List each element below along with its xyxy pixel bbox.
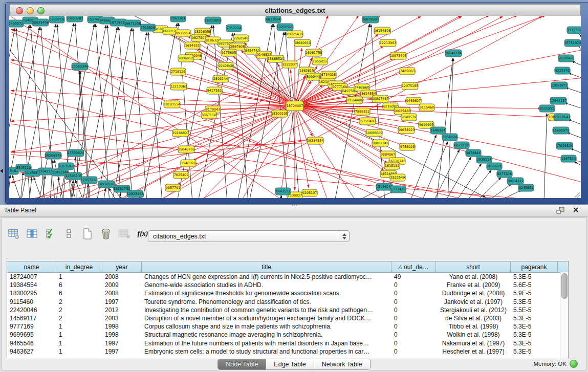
table-cell[interactable]: 2 <box>56 315 102 322</box>
table-selector-dropdown[interactable]: citations_edges.txt <box>148 230 350 242</box>
column-header-out_de[interactable]: △out_de… <box>391 261 436 272</box>
table-row[interactable]: 969969511998Structural magnetic resonanc… <box>7 331 568 339</box>
table-cell[interactable]: 0 <box>391 315 436 322</box>
table-cell[interactable]: 1 <box>56 323 102 330</box>
citation-edge-red[interactable] <box>295 16 546 106</box>
table-cell[interactable]: Hescheler et al. (1997) <box>436 348 511 355</box>
table-cell[interactable]: 0 <box>391 331 436 338</box>
table-row[interactable]: 1938455462009Genome-wide association stu… <box>7 281 568 289</box>
table-cell[interactable]: 2 <box>56 307 102 314</box>
citation-edge-red[interactable] <box>11 60 295 106</box>
citation-edge-red[interactable] <box>295 106 328 198</box>
citation-edge-black[interactable] <box>12 175 21 198</box>
column-header-pagerank[interactable]: pagerank <box>511 261 558 272</box>
table-cell[interactable]: Changes of HCN gene expression and I(f) … <box>142 273 391 280</box>
table-cell[interactable]: 1998 <box>102 323 142 330</box>
table-cell[interactable]: 18300295 <box>7 290 56 297</box>
table-cell[interactable]: Yano et al. (2008) <box>436 273 511 280</box>
citation-edge-red[interactable] <box>11 91 295 106</box>
table-row[interactable]: 911546021997Tourette syndrome. Phenomeno… <box>7 298 568 306</box>
table-cell[interactable]: 0 <box>391 298 436 305</box>
table-cell[interactable]: 9465546 <box>7 340 56 347</box>
table-cell[interactable]: 9699695 <box>7 331 56 338</box>
column-header-short[interactable]: short <box>436 261 511 272</box>
table-row[interactable]: 2242004622012Investigating the contribut… <box>7 306 568 314</box>
table-cell[interactable]: 9463627 <box>7 348 56 355</box>
column-header-in_degree[interactable]: in_degree <box>56 261 102 272</box>
table-cell[interactable]: 1997 <box>102 348 142 355</box>
table-row[interactable]: 1456911722003Disruption of a novel membe… <box>7 314 568 322</box>
table-cell[interactable]: 18724007 <box>7 273 56 280</box>
citation-edge-black[interactable] <box>50 160 53 198</box>
table-row[interactable]: 946362711997Embryonic stem cells: a mode… <box>7 347 568 356</box>
table-cell[interactable]: Structural magnetic resonance image aver… <box>142 331 391 338</box>
table-cell[interactable]: Tourette syndrome. Phenomenology and cla… <box>142 298 391 305</box>
network-view-window[interactable]: citations_edges.txt 18724007796382286601… <box>5 2 588 204</box>
table-cell[interactable]: Estimation of significance thresholds fo… <box>142 290 391 297</box>
table-cell[interactable]: 2 <box>56 298 102 305</box>
table-row[interactable]: 977716911998Corpus callosum shape and si… <box>7 322 568 331</box>
table-cell[interactable]: de Silva et al. (2003) <box>436 315 511 322</box>
citation-edge-red[interactable] <box>295 50 581 106</box>
table-cell[interactable]: 5.5E-5 <box>511 307 558 314</box>
citation-edge-black[interactable] <box>20 172 23 198</box>
table-row[interactable]: 1872400712008Changes of HCN gene express… <box>7 273 568 281</box>
citation-edge-black[interactable] <box>456 163 482 198</box>
table-cell[interactable]: 0 <box>391 290 436 297</box>
table-cell[interactable]: 1 <box>56 340 102 347</box>
table-cell[interactable]: 0 <box>391 307 436 314</box>
table-cell[interactable]: 5.3E-5 <box>511 331 558 338</box>
memory-ok-indicator[interactable] <box>570 360 578 368</box>
table-cell[interactable]: Estimation of the future numbers of pati… <box>142 340 391 347</box>
table-cell[interactable]: 6 <box>56 290 102 297</box>
table-cell[interactable]: 0 <box>391 281 436 289</box>
citation-edge-black[interactable] <box>133 28 147 198</box>
table-cell[interactable]: 0 <box>391 323 436 330</box>
splitter-handle-icon[interactable] <box>291 204 297 207</box>
table-cell[interactable]: 1998 <box>102 331 142 338</box>
table-cell[interactable]: 1997 <box>102 340 142 347</box>
citation-edge-red[interactable] <box>72 16 421 198</box>
table-row[interactable]: 946554611997Estimation of the future num… <box>7 339 568 347</box>
select-columns-icon[interactable] <box>44 228 57 240</box>
delete-columns-trash-icon[interactable] <box>99 228 113 240</box>
resize-grip-icon[interactable] <box>577 195 580 198</box>
table-cell[interactable]: 1997 <box>102 298 142 305</box>
table-cell[interactable]: 14569117 <box>7 315 56 322</box>
table-cell[interactable]: 22420046 <box>7 307 56 314</box>
column-header-year[interactable]: year <box>102 261 142 272</box>
table-cell[interactable]: 1 <box>56 331 102 338</box>
table-cell[interactable]: Tibbo et al. (1998) <box>436 323 511 330</box>
table-cell[interactable]: Corpus callosum shape and size in male p… <box>142 323 391 330</box>
table-cell[interactable]: 0 <box>391 348 436 355</box>
table-cell[interactable]: 5.3E-5 <box>511 315 558 322</box>
table-cell[interactable]: Nakamura et al. (1997) <box>436 340 511 347</box>
citation-edge-red[interactable] <box>295 106 581 183</box>
table-cell[interactable]: 2008 <box>102 273 142 280</box>
citation-edge-black[interactable] <box>356 189 380 198</box>
table-cell[interactable]: Jankovic et al. (1997) <box>436 298 511 305</box>
table-cell[interactable]: Genome-wide association studies in ADHD. <box>142 281 391 289</box>
table-cell[interactable]: 5.6E-5 <box>511 281 558 289</box>
table-cell[interactable]: 5.3E-5 <box>511 348 558 355</box>
table-cell[interactable]: Dudbridge et al. (2008) <box>436 290 511 297</box>
table-cell[interactable]: 2008 <box>102 290 142 297</box>
table-cell[interactable]: Stergiakouli et al. (2012) <box>436 307 511 314</box>
table-cell[interactable]: 2012 <box>102 307 142 314</box>
table-cell[interactable]: Wolkin et al. (1998) <box>436 331 511 338</box>
network-window-titlebar[interactable]: citations_edges.txt <box>9 4 581 17</box>
citation-edge-black[interactable] <box>34 177 42 198</box>
row-height-icon[interactable] <box>62 228 76 240</box>
new-table-icon[interactable] <box>81 228 94 240</box>
table-cell[interactable]: 9777169 <box>7 323 56 330</box>
table-row[interactable]: 1830029562008Estimation of significance … <box>7 289 568 297</box>
citation-edge-black[interactable] <box>433 149 460 198</box>
table-cell[interactable]: 5.3E-5 <box>511 298 558 305</box>
table-cell[interactable]: Investigating the contribution of common… <box>142 307 391 314</box>
scrollbar-thumb[interactable] <box>561 273 568 299</box>
table-vertical-scrollbar[interactable] <box>560 272 568 359</box>
column-header-title[interactable]: title <box>142 261 391 272</box>
close-panel-icon[interactable]: ✕ <box>573 206 579 214</box>
table-cell[interactable]: Embryonic stem cells: a model to study s… <box>142 348 391 355</box>
table-cell[interactable]: 5.3E-5 <box>511 273 558 280</box>
